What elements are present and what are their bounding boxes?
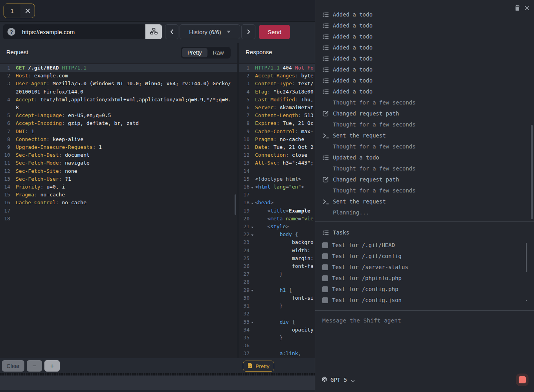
history-next-button[interactable] (241, 24, 255, 39)
code-line: 17 (239, 191, 315, 199)
section-divider (315, 221, 534, 222)
fold-caret-icon[interactable] (251, 322, 253, 323)
help-icon[interactable]: ? (7, 28, 15, 36)
fold-caret-icon[interactable] (251, 234, 253, 236)
activity-text: Added a todo (333, 77, 373, 84)
fold-caret-icon[interactable] (251, 227, 253, 228)
code-line: 26 font-fa (239, 262, 315, 270)
toggle-raw[interactable]: Raw (207, 48, 229, 57)
todo-icon (323, 45, 329, 50)
activity-text: Added a todo (333, 55, 373, 62)
activity-item: Thought for a few seconds (315, 141, 534, 152)
connection-settings-button[interactable] (145, 24, 162, 39)
activity-item: Thought for a few seconds (315, 97, 534, 108)
code-line: 24 width: (239, 247, 315, 255)
todo-icon (323, 23, 329, 28)
code-line: 13Sec-Fetch-User: ?1 (0, 175, 237, 183)
pretty-raw-toggle: Pretty Raw (181, 47, 231, 59)
task-checkbox[interactable] (322, 253, 328, 259)
zoom-out-button[interactable]: − (27, 360, 42, 372)
task-checkbox[interactable] (322, 297, 328, 303)
activity-text: Planning... (333, 209, 369, 216)
code-line: 16Cache-Control: no-cache (0, 199, 237, 207)
code-line: 12Sec-Fetch-Site: none (0, 167, 237, 175)
code-line: 2Accept-Ranges: byte (239, 72, 315, 80)
fold-caret-icon[interactable] (251, 203, 253, 204)
request-editor[interactable]: 1GET /.git/HEAD HTTP/1.12Host: example.c… (0, 63, 237, 358)
activity-text: Updated a todo (333, 154, 379, 161)
chevron-down-icon (351, 377, 355, 383)
tasks-more-indicator (525, 299, 528, 301)
request-scrollbar[interactable] (235, 194, 236, 215)
code-line: 28 (239, 278, 315, 286)
code-line: 17 (0, 207, 237, 215)
task-item: Test for /.git/config (315, 251, 534, 262)
fold-caret-icon[interactable] (251, 187, 253, 189)
stop-button[interactable] (516, 374, 528, 386)
task-item: Test for /.git/HEAD (315, 240, 534, 251)
task-checkbox[interactable] (322, 242, 328, 248)
activity-scrollbar[interactable] (531, 125, 533, 219)
response-panel-title: Response (246, 49, 272, 55)
activity-item: Added a todo (315, 64, 534, 75)
task-label: Test for /server-status (332, 264, 408, 270)
fold-caret-icon[interactable] (251, 290, 253, 291)
activity-text: Changed request path (333, 176, 399, 183)
close-icon[interactable] (523, 4, 531, 12)
code-line: 11Sec-Fetch-Mode: navigate (0, 159, 237, 167)
activity-item: Sent the request (315, 196, 534, 207)
task-item: Test for /config.php (315, 284, 534, 295)
checklist-icon (323, 230, 329, 235)
todo-icon (323, 56, 329, 61)
send-button[interactable]: Send (259, 25, 290, 39)
code-line: 35 } (239, 334, 315, 342)
code-line: 3User-Agent: Mozilla/5.0 (Windows NT 10.… (0, 80, 237, 95)
toggle-pretty[interactable]: Pretty (182, 48, 207, 57)
task-label: Test for /config.json (332, 297, 402, 303)
activity-item: Added a todo (315, 86, 534, 97)
model-selector[interactable]: GPT 5 (321, 375, 355, 385)
code-line: 13Alt-Svc: h3=":443"; (239, 159, 315, 167)
history-prev-button[interactable] (165, 24, 178, 39)
response-viewer[interactable]: 1HTTP/1.1 404 Not Fo2Accept-Ranges: byte… (239, 63, 315, 358)
history-dropdown[interactable]: History (6/6) (180, 24, 240, 39)
trash-icon[interactable] (513, 4, 521, 12)
activity-text: Added a todo (333, 22, 373, 29)
edit-icon (323, 176, 329, 183)
activity-text: Added a todo (333, 12, 373, 18)
task-checkbox[interactable] (322, 264, 328, 270)
activity-text: Sent the request (333, 132, 386, 139)
status-strip (0, 376, 315, 392)
todo-icon (323, 67, 329, 72)
tab-close-icon[interactable] (20, 4, 35, 18)
code-line: 19 <title>Example (239, 207, 315, 215)
code-line: 9Upgrade-Insecure-Requests: 1 (0, 143, 237, 151)
task-label: Test for /phpinfo.php (332, 275, 402, 281)
code-line: 21 <style> (239, 223, 315, 231)
todo-icon (323, 12, 329, 17)
send-icon (323, 199, 329, 205)
code-line: 37 a:link, (239, 350, 315, 357)
tab-1[interactable]: 1 (4, 4, 35, 18)
code-line: 6Accept-Encoding: gzip, deflate, br, zst… (0, 119, 237, 127)
task-label: Test for /config.php (332, 286, 398, 292)
task-checkbox[interactable] (322, 286, 328, 292)
task-checkbox[interactable] (322, 275, 328, 281)
tasks-scrollbar[interactable] (526, 243, 527, 272)
response-pretty-button[interactable]: Pretty (243, 361, 274, 372)
activity-item: Added a todo (315, 20, 534, 31)
activity-text: Added a todo (333, 33, 373, 40)
todo-icon (323, 155, 329, 160)
tab-bar: 1 (0, 0, 315, 22)
stop-icon (519, 376, 526, 383)
zoom-in-button[interactable]: + (44, 360, 60, 372)
tasks-list: Test for /.git/HEADTest for /.git/config… (315, 240, 534, 306)
task-label: Test for /.git/HEAD (332, 242, 395, 248)
code-line: 31 } (239, 302, 315, 310)
agent-message-input[interactable] (319, 314, 534, 374)
url-input[interactable]: https://example.com (22, 29, 145, 35)
code-line: 32 (239, 310, 315, 318)
code-line: 15<!doctype html> (239, 175, 315, 183)
clear-button[interactable]: Clear (2, 360, 24, 372)
tasks-header: Tasks (323, 227, 349, 238)
